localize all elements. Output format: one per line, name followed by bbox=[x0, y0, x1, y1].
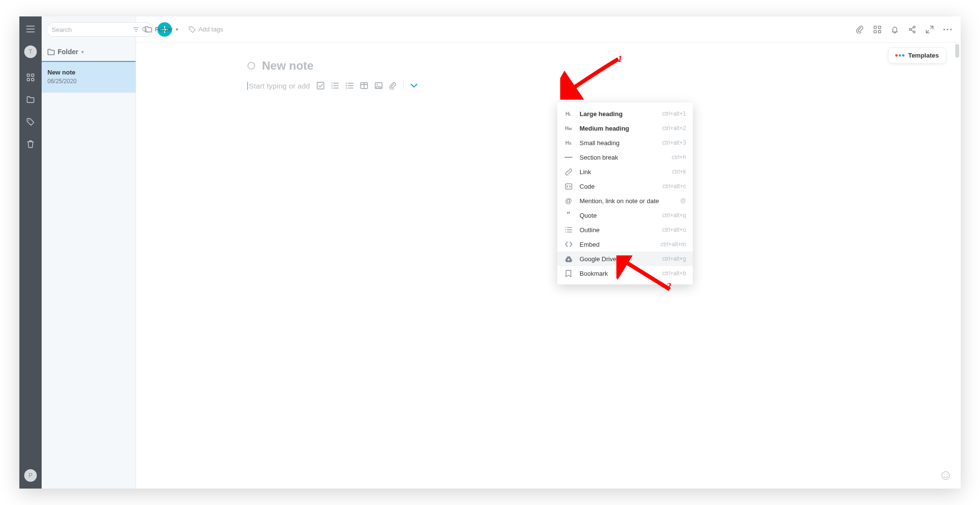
dropdown-item-icon bbox=[564, 256, 573, 262]
scrollbar[interactable] bbox=[954, 44, 960, 486]
add-tags-field[interactable]: Add tags bbox=[189, 26, 223, 33]
dropdown-item-medium-heading[interactable]: HMMedium headingctrl+alt+2 bbox=[557, 121, 693, 135]
dropdown-item-icon bbox=[564, 183, 573, 190]
expand-icon[interactable] bbox=[926, 26, 934, 33]
dropdown-item-label: Embed bbox=[580, 241, 654, 248]
dropdown-item-small-heading[interactable]: HSSmall headingctrl+alt+3 bbox=[557, 135, 693, 150]
annotation-2: 2 bbox=[667, 282, 671, 292]
dropdown-item-icon: HM bbox=[564, 126, 573, 131]
more-icon[interactable] bbox=[943, 29, 952, 30]
apps-topbar-icon[interactable] bbox=[873, 26, 881, 33]
breadcrumb-folder[interactable]: Folder ▾ bbox=[145, 26, 178, 33]
dropdown-item-shortcut: @ bbox=[680, 197, 686, 204]
tag-rail-icon[interactable] bbox=[25, 116, 36, 128]
dropdown-item-mention-link-on-note-or-date[interactable]: @Mention, link on note or date@ bbox=[557, 193, 693, 208]
bullet-list-icon[interactable] bbox=[346, 82, 353, 89]
dropdown-item-label: Code bbox=[580, 183, 656, 190]
toolbar-separator bbox=[403, 81, 404, 90]
image-icon[interactable] bbox=[375, 82, 383, 89]
folder-header[interactable]: Folder ▾ bbox=[42, 43, 136, 62]
dropdown-item-label: Google Drive bbox=[580, 255, 656, 263]
svg-point-14 bbox=[943, 29, 945, 30]
note-title[interactable]: New note bbox=[262, 59, 314, 73]
apps-icon[interactable] bbox=[25, 72, 36, 83]
dropdown-item-shortcut: ctrl+alt+o bbox=[662, 226, 686, 233]
svg-point-29 bbox=[565, 229, 566, 230]
user-avatar-bottom[interactable]: P bbox=[24, 469, 37, 482]
trash-rail-icon[interactable] bbox=[25, 138, 36, 150]
templates-icon bbox=[895, 54, 904, 57]
dropdown-item-icon: HS bbox=[564, 140, 573, 146]
share-icon[interactable] bbox=[908, 26, 916, 33]
dropdown-item-outline[interactable]: Outlinectrl+alt+o bbox=[557, 223, 693, 237]
insert-more-chevron-icon[interactable] bbox=[411, 84, 417, 88]
dropdown-item-large-heading[interactable]: HLLarge headingctrl+alt+1 bbox=[557, 106, 693, 121]
dropdown-item-quote[interactable]: ”Quotectrl+alt+q bbox=[557, 208, 693, 223]
dropdown-item-section-break[interactable]: —Section breakctrl+h bbox=[557, 150, 693, 164]
editor-topbar: Folder ▾ Add tags bbox=[136, 16, 961, 43]
task-circle-icon[interactable] bbox=[247, 62, 255, 70]
ordered-list-icon[interactable]: 123 bbox=[331, 82, 339, 89]
emoji-button[interactable] bbox=[941, 471, 950, 482]
svg-point-4 bbox=[29, 120, 30, 121]
dropdown-item-icon bbox=[564, 241, 573, 247]
svg-point-28 bbox=[565, 227, 566, 228]
attachment-inline-icon[interactable] bbox=[389, 82, 397, 89]
svg-point-13 bbox=[913, 31, 915, 33]
chevron-down-icon: ▾ bbox=[176, 27, 178, 32]
compose-toolbar: 123 bbox=[317, 81, 417, 90]
dropdown-item-label: Small heading bbox=[580, 139, 656, 147]
dropdown-item-shortcut: ctrl+alt+1 bbox=[662, 110, 686, 117]
table-icon[interactable] bbox=[360, 82, 368, 89]
dropdown-item-label: Outline bbox=[580, 226, 656, 234]
dropdown-item-embed[interactable]: Embedctrl+alt+m bbox=[557, 237, 693, 252]
attachment-icon[interactable] bbox=[856, 26, 864, 33]
user-avatar-top[interactable]: T bbox=[24, 45, 37, 58]
dropdown-item-shortcut: ctrl+alt+m bbox=[660, 241, 686, 248]
bell-icon[interactable] bbox=[891, 26, 899, 33]
app-frame: T P bbox=[19, 16, 961, 489]
dropdown-item-icon bbox=[564, 168, 573, 176]
dropdown-item-link[interactable]: Linkctrl+k bbox=[557, 164, 693, 179]
chevron-down-icon: ▾ bbox=[81, 49, 84, 55]
svg-point-21 bbox=[346, 83, 347, 84]
folder-icon bbox=[47, 49, 55, 55]
dropdown-item-code[interactable]: Codectrl+alt+c bbox=[557, 179, 693, 193]
checkbox-icon[interactable] bbox=[317, 82, 324, 89]
dropdown-item-google-drive[interactable]: Google Drivectrl+alt+g bbox=[557, 252, 693, 266]
note-list-item-title: New note bbox=[47, 69, 130, 76]
dropdown-item-shortcut: ctrl+alt+3 bbox=[662, 139, 686, 146]
note-list-item-date: 06/25/2020 bbox=[47, 78, 130, 85]
dropdown-item-label: Large heading bbox=[580, 110, 656, 118]
svg-point-11 bbox=[913, 26, 915, 28]
note-list-item[interactable]: New note 06/25/2020 bbox=[42, 62, 136, 93]
annotation-1: 1 bbox=[618, 54, 622, 64]
folder-rail-icon[interactable] bbox=[25, 94, 36, 105]
svg-rect-9 bbox=[874, 30, 876, 33]
svg-point-30 bbox=[565, 232, 566, 233]
search-input[interactable] bbox=[52, 26, 133, 33]
svg-rect-1 bbox=[31, 74, 34, 76]
editor-body[interactable]: New note Start typing or add 123 bbox=[136, 43, 961, 489]
left-rail: T P bbox=[19, 16, 42, 489]
main-editor: Folder ▾ Add tags bbox=[136, 16, 961, 489]
svg-point-22 bbox=[346, 85, 347, 86]
dropdown-item-icon bbox=[564, 227, 573, 233]
svg-point-12 bbox=[909, 29, 911, 30]
folder-icon bbox=[145, 26, 152, 32]
dropdown-item-icon: @ bbox=[564, 197, 573, 205]
menu-icon[interactable] bbox=[25, 23, 36, 35]
svg-text:3: 3 bbox=[331, 87, 333, 89]
templates-button[interactable]: Templates bbox=[888, 47, 946, 63]
dropdown-item-label: Mention, link on note or date bbox=[580, 197, 674, 205]
svg-point-33 bbox=[947, 474, 948, 475]
dropdown-item-label: Bookmark bbox=[580, 270, 656, 277]
compose-placeholder[interactable]: Start typing or add bbox=[247, 82, 310, 90]
dropdown-item-bookmark[interactable]: Bookmarkctrl+alt+b bbox=[557, 266, 693, 281]
dropdown-item-icon: HL bbox=[564, 111, 573, 117]
dropdown-item-label: Link bbox=[580, 168, 665, 176]
svg-point-16 bbox=[950, 29, 951, 30]
svg-rect-7 bbox=[874, 26, 876, 29]
svg-rect-2 bbox=[27, 78, 30, 81]
add-tags-placeholder: Add tags bbox=[199, 26, 223, 33]
